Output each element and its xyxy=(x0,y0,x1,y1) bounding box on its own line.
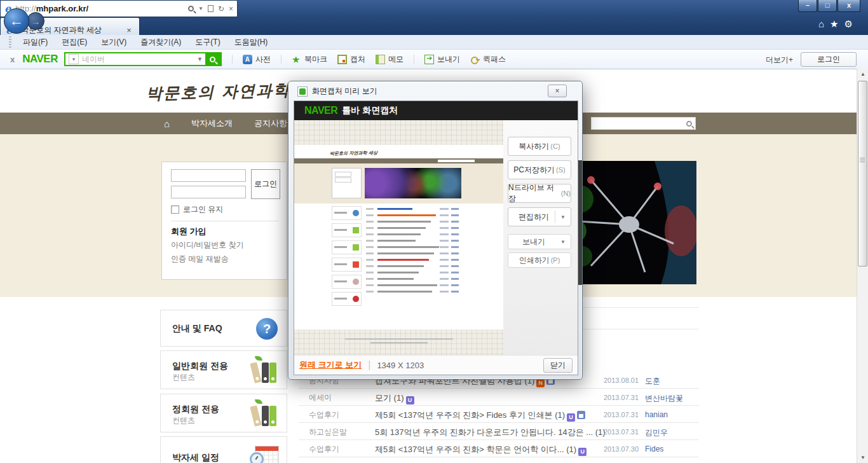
post-title-link[interactable]: 모기 (1)U xyxy=(375,392,414,404)
table-row[interactable]: 하고싶은말 5회 137억년 우주의 진화가 다운로드가 안됩니다. 14강은 … xyxy=(299,423,709,440)
capture-preview-image[interactable]: 박문호의 자연과학 세상 xyxy=(294,120,503,355)
toolbar-send-button[interactable]: 보내기 xyxy=(424,54,460,65)
sidebar-item-schedule[interactable]: 박자세 일정 xyxy=(160,436,287,463)
window-close-button[interactable]: x xyxy=(837,0,860,12)
menu-help[interactable]: 도움말(H) xyxy=(228,36,275,49)
dialog-close-icon[interactable]: × xyxy=(548,85,567,97)
post-author-link[interactable]: hanian xyxy=(645,410,668,419)
chevron-down-icon: ▼ xyxy=(560,214,566,220)
url-text[interactable]: http://mhpark.or.kr/ xyxy=(15,4,188,13)
update-badge-icon: U xyxy=(578,448,587,456)
find-account-link[interactable]: 아이디/비밀번호 찾기 xyxy=(171,240,244,251)
menu-file[interactable]: 파일(F) xyxy=(17,36,54,49)
resend-mail-link[interactable]: 인증 메일 재발송 xyxy=(171,254,229,265)
dialog-close-button[interactable]: 닫기 xyxy=(543,358,573,373)
dialog-header: NAVER 툴바 화면캡처 xyxy=(294,101,578,120)
keep-login-checkbox[interactable] xyxy=(171,205,179,214)
site-home-icon[interactable]: ⌂ xyxy=(164,118,170,129)
save-ndrive-button[interactable]: N드라이브 저장(N) xyxy=(508,184,571,203)
send-capture-button[interactable]: 보내기 ▼ xyxy=(508,234,571,249)
toolbar-quickpass-button[interactable]: 퀵패스 xyxy=(470,54,506,65)
home-icon[interactable]: ⌂ xyxy=(818,18,824,30)
scroll-down-icon[interactable]: ▼ xyxy=(857,452,868,463)
original-size-link[interactable]: 원래 크기로 보기 xyxy=(299,359,362,371)
stop-icon[interactable]: × xyxy=(229,4,233,13)
bookmark-star-icon: ★ xyxy=(292,55,301,64)
search-icon[interactable] xyxy=(188,6,194,11)
naver-search-box[interactable]: ▼ 네이버 ▼ xyxy=(64,52,222,66)
nav-item-about[interactable]: 박자세소개 xyxy=(191,118,233,129)
compatibility-view-icon[interactable] xyxy=(208,5,214,12)
login-password-input[interactable] xyxy=(171,186,246,198)
window-restore-button[interactable]: □ xyxy=(818,0,837,12)
post-author-link[interactable]: Fides xyxy=(645,445,663,453)
address-dropdown-icon[interactable]: ▼ xyxy=(198,6,203,11)
menu-tools[interactable]: 도구(T) xyxy=(189,36,226,49)
login-button[interactable]: 로그인 xyxy=(251,169,280,199)
forward-button[interactable]: → xyxy=(27,12,44,30)
menubar-grip xyxy=(9,36,11,48)
post-title-link[interactable]: 제5회 <137억년 우주의 진화> 학문은 언어학 이다... (1)U xyxy=(375,444,587,456)
capture-preview-icon xyxy=(297,86,308,97)
search-scope-icon[interactable]: ▼ xyxy=(69,54,79,64)
menu-view[interactable]: 보기(V) xyxy=(95,36,133,49)
toolbar-capture-button[interactable]: 캡처 xyxy=(337,54,365,65)
back-button[interactable]: ← xyxy=(4,8,29,34)
keep-login-label: 로그인 유지 xyxy=(183,204,223,215)
menu-favorites[interactable]: 즐겨찾기(A) xyxy=(134,36,187,49)
table-row[interactable]: 수업후기 제5회 <137억년 우주의 진화> Fides 후기 인쇄본 (1)… xyxy=(299,406,709,423)
dialog-actions-panel: 복사하기(C) PC저장하기(S) N드라이브 저장(N) 편집하기 ▼ 보내기… xyxy=(503,120,578,355)
sidebar-item-faq[interactable]: 안내 및 FAQ ? xyxy=(160,310,287,347)
memo-icon xyxy=(376,55,385,64)
window-minimize-button[interactable]: – xyxy=(798,0,817,12)
vertical-scrollbar[interactable]: ▲ ▼ xyxy=(857,69,868,463)
scrollbar-thumb[interactable] xyxy=(858,81,867,266)
naver-brand: NAVER xyxy=(304,105,337,116)
site-search-input[interactable] xyxy=(591,117,696,130)
browser-titlebar: – □ x ← → e http://mhpark.or.kr/ ▼ ↻ × e… xyxy=(0,0,868,35)
favorites-star-icon[interactable]: ★ xyxy=(830,18,838,30)
login-id-input[interactable] xyxy=(171,169,246,182)
dialog-titlebar[interactable]: 화면캡처 미리 보기 xyxy=(297,86,377,97)
folders-icon xyxy=(250,402,278,427)
magnifier-icon xyxy=(210,57,215,62)
table-row[interactable]: 에세이 모기 (1)U 2013.07.31 변산바람꽃 xyxy=(299,389,709,406)
menu-edit[interactable]: 편집(E) xyxy=(55,36,93,49)
save-pc-button[interactable]: PC저장하기(S) xyxy=(508,160,571,179)
send-icon xyxy=(424,55,434,64)
post-author-link[interactable]: 김민우 xyxy=(645,427,668,438)
toolbar-bookmark-button[interactable]: ★ 북마크 xyxy=(292,54,327,65)
tab-close-icon[interactable]: × xyxy=(124,25,134,35)
post-author-link[interactable]: 도훈 xyxy=(645,376,660,387)
table-row[interactable]: 수업후기 제5회 <137억년 우주의 진화> 학문은 언어학 이다... (1… xyxy=(299,440,709,457)
print-button[interactable]: 인쇄하기(P) xyxy=(508,252,571,268)
sidebar-item-general-members[interactable]: 일반회원 전용 컨텐츠 xyxy=(160,350,287,389)
post-title-link[interactable]: 제5회 <137억년 우주의 진화> Fides 후기 인쇄본 (1)U xyxy=(375,410,585,422)
toolbar-close-icon[interactable]: x xyxy=(10,55,15,64)
nav-item-notice[interactable]: 공지사항 xyxy=(254,118,287,129)
scroll-up-icon[interactable]: ▲ xyxy=(857,69,868,79)
refresh-icon[interactable]: ↻ xyxy=(218,4,224,13)
naver-logo[interactable]: NAVER xyxy=(22,53,58,66)
copy-button[interactable]: 복사하기(C) xyxy=(508,137,571,156)
toolbar-more-link[interactable]: 더보기+ xyxy=(766,55,793,66)
toolbar-login-button[interactable]: 로그인 xyxy=(801,52,857,67)
site-search-icon[interactable] xyxy=(686,121,692,127)
dictionary-icon: A xyxy=(243,55,252,64)
tools-gear-icon[interactable]: ⚙ xyxy=(844,18,853,30)
post-title-link[interactable]: 5회 137억년 우주의 진화가 다운로드가 안됩니다. 14강은 ... (1… xyxy=(375,427,606,438)
edit-button[interactable]: 편집하기 ▼ xyxy=(508,207,571,226)
new-badge-icon: N xyxy=(536,379,545,387)
toolbar-memo-button[interactable]: 메모 xyxy=(376,54,403,65)
post-author-link[interactable]: 변산바람꽃 xyxy=(645,393,683,404)
mini-login-box xyxy=(332,168,362,198)
search-scope-label[interactable]: 네이버 xyxy=(82,54,197,65)
signup-link[interactable]: 회원 가입 xyxy=(171,226,207,237)
sidebar-item-full-members[interactable]: 정회원 전용 컨텐츠 xyxy=(160,394,287,432)
toolbar-dict-button[interactable]: A 사전 xyxy=(243,54,271,65)
dialog-footer: 원래 크기로 보기 | 1349 X 1203 닫기 xyxy=(294,355,578,375)
search-dropdown-icon[interactable]: ▼ xyxy=(197,56,203,62)
naver-search-button[interactable] xyxy=(205,52,220,66)
mini-sidebar xyxy=(332,206,362,309)
browser-menubar: 파일(F) 편집(E) 보기(V) 즐겨찾기(A) 도구(T) 도움말(H) xyxy=(0,35,868,50)
